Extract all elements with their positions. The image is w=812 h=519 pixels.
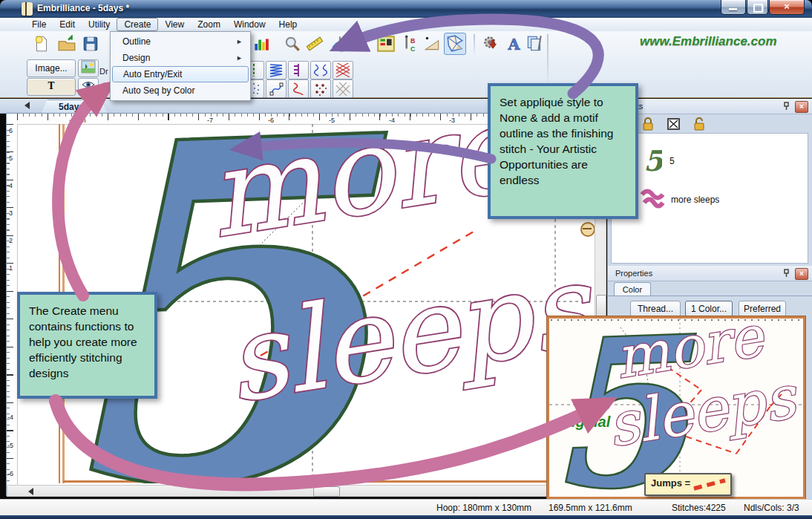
tab-divider [608, 296, 812, 296]
thread-palette-button[interactable] [376, 33, 396, 54]
menu-zoom[interactable]: Zoom [191, 19, 227, 30]
pattern-fill-button[interactable] [310, 79, 331, 98]
minimize-button[interactable] [721, 0, 746, 15]
status-needles: Ndls/Cols: 3/3 [744, 503, 799, 513]
menu-item-design[interactable]: Design ► [112, 50, 249, 66]
view-toggle-button[interactable] [78, 78, 99, 96]
curve-tool-button[interactable] [330, 33, 350, 54]
vruler-label: 5 [9, 154, 13, 162]
menu-bar: File Edit Utility Create View Zoom Windo… [0, 18, 812, 32]
objects-close-button[interactable]: × [795, 101, 808, 113]
lettering-button[interactable]: A [503, 33, 524, 54]
image-button[interactable]: Image... [27, 59, 76, 77]
new-file-button[interactable] [31, 33, 52, 54]
hruler-label: -9 cm [69, 117, 86, 124]
eye-icon [81, 79, 96, 91]
hscroll-left-arrow-icon[interactable] [28, 488, 33, 495]
needle-letter-b: B [410, 37, 415, 45]
properties-panel-title: Properties [615, 269, 652, 278]
crosshatch-red-icon [335, 63, 350, 77]
curve-icon [330, 35, 350, 53]
hruler-label: -7 [207, 117, 213, 124]
measure-button[interactable] [304, 33, 325, 54]
vertical-scroll-thumb[interactable] [596, 295, 606, 319]
needle-icon: B C [401, 34, 419, 53]
create-menu-popup: Outline ► Design ► Auto Entry/Exit Auto … [110, 31, 251, 101]
angle-tool-button[interactable] [422, 33, 442, 54]
copy-design-button[interactable] [524, 33, 545, 54]
close-button[interactable]: × [769, 0, 805, 15]
status-bar: Hoop: 180mm x 130mm 169.5mm x 121.6mm St… [0, 499, 812, 516]
status-hoop: Hoop: 180mm x 130mm [436, 503, 531, 513]
toolbar-separator [474, 34, 475, 55]
triangle-ruler-icon [422, 35, 442, 53]
preferred-button[interactable]: Preferred [739, 301, 786, 317]
hruler-label: -4 [389, 117, 395, 124]
magnifier-icon [284, 35, 301, 53]
manual-stitch-button[interactable] [266, 79, 287, 98]
squiggle-icon [291, 82, 306, 96]
motif-stitch-button[interactable] [288, 61, 309, 79]
horizontal-scroll-thumb[interactable] [313, 486, 340, 497]
plus-pattern-icon [313, 82, 328, 96]
letter-a-glyph: A [507, 36, 520, 53]
menu-utility[interactable]: Utility [82, 19, 117, 30]
merge-button[interactable] [481, 33, 502, 54]
menu-view[interactable]: View [158, 19, 191, 30]
pin-icon[interactable] [783, 102, 790, 111]
menu-item-auto-entry-exit[interactable]: Auto Entry/Exit [112, 66, 249, 82]
objects-panel-header: Objects × [608, 99, 812, 114]
wave-stitch-button[interactable] [310, 61, 331, 79]
original-label: original [557, 414, 610, 431]
satin-icon [269, 63, 284, 77]
ruler-icon [305, 35, 324, 53]
lock-icon[interactable] [639, 117, 657, 131]
vruler-label: 4 [9, 182, 13, 189]
restore-icon [753, 4, 763, 13]
node-path-icon [269, 82, 284, 96]
menu-file[interactable]: File [25, 19, 53, 30]
open-folder-icon [57, 35, 76, 53]
squiggle-stitch-button[interactable] [288, 79, 309, 98]
properties-close-button[interactable]: × [795, 268, 808, 280]
lattice-stitch-button[interactable] [333, 79, 353, 98]
one-color-button[interactable]: 1 Color... [685, 301, 733, 317]
exclude-box-icon[interactable] [665, 117, 683, 131]
unlock-icon[interactable] [690, 117, 708, 131]
tab-5days[interactable]: 5days * [41, 99, 108, 114]
submenu-arrow-icon: ► [236, 50, 243, 66]
menu-window[interactable]: Window [227, 19, 272, 30]
satin-stitch-button[interactable] [266, 61, 287, 79]
colors-chart-button[interactable] [251, 33, 272, 54]
text-tool-button[interactable]: T [27, 78, 76, 96]
tab-scroll-left-icon[interactable] [24, 102, 30, 109]
horizontal-scrollbar[interactable] [7, 485, 595, 497]
color-order-button[interactable]: B C [399, 33, 420, 54]
object-row-2[interactable]: 2 more sleeps [615, 181, 812, 217]
app-icon [22, 2, 33, 16]
object-row-1[interactable]: 1 5 5 [615, 144, 812, 180]
open-button[interactable] [56, 33, 77, 54]
stitch-simulator-button[interactable] [444, 33, 466, 55]
svg-text:more: more [199, 124, 534, 265]
pin-icon[interactable] [783, 269, 790, 278]
zoom-tool-button[interactable] [282, 33, 303, 54]
menu-edit[interactable]: Edit [53, 19, 82, 30]
menu-create[interactable]: Create [117, 18, 158, 31]
vruler-label: 2 [9, 237, 13, 244]
hruler-label: -5 [329, 117, 335, 124]
show-image-button[interactable] [78, 59, 99, 77]
floppy-icon [82, 35, 99, 53]
menu-item-auto-seq[interactable]: Auto Seq by Color [112, 82, 249, 99]
tab-color[interactable]: Color [614, 282, 651, 296]
thread-button[interactable]: Thread... [630, 301, 681, 317]
rotation-handle[interactable] [580, 222, 595, 237]
draw-label: Dr [99, 67, 108, 76]
save-button[interactable] [80, 33, 101, 54]
restore-button[interactable] [747, 0, 768, 15]
menu-help[interactable]: Help [272, 19, 304, 30]
inset-design: 5 more sleeps [549, 319, 803, 497]
minimize-icon [729, 8, 737, 10]
menu-item-outline[interactable]: Outline ► [112, 33, 249, 50]
crosshatch-stitch-button[interactable] [333, 61, 353, 79]
